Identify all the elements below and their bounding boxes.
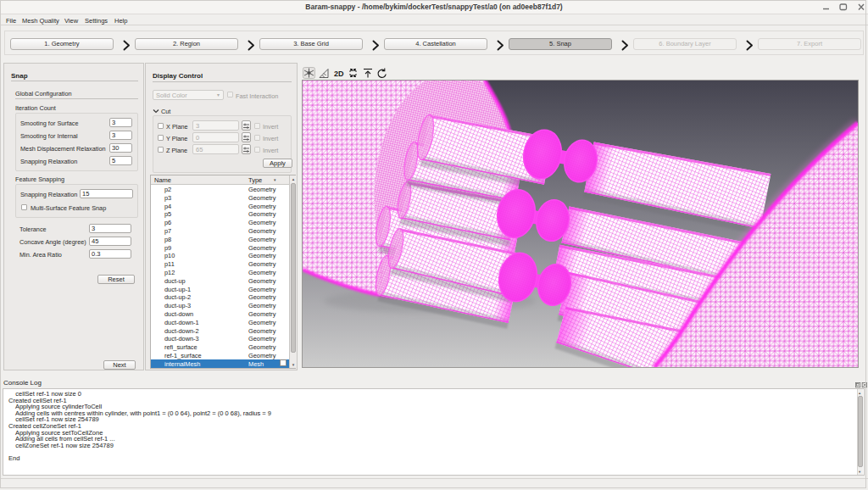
svg-text:2D: 2D — [334, 70, 344, 78]
